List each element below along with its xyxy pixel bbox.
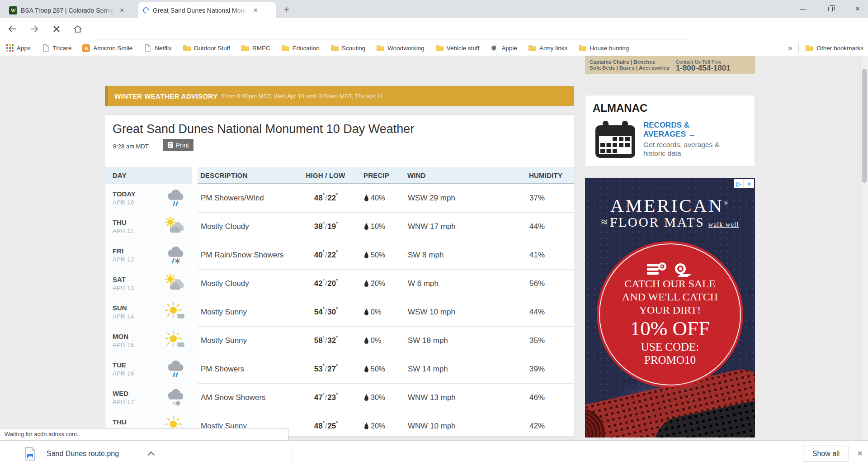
page-icon bbox=[143, 44, 151, 52]
folder-icon bbox=[183, 44, 191, 52]
showers-icon bbox=[165, 359, 185, 379]
new-tab-button[interactable]: + bbox=[281, 5, 292, 15]
table-row[interactable]: TODAYAPR 10PM Showers/Wind48°/22°40%WSW … bbox=[105, 184, 574, 213]
forward-button[interactable] bbox=[28, 23, 41, 35]
ad-close-icon[interactable]: × bbox=[744, 179, 754, 188]
description-value: Mostly Cloudy bbox=[201, 270, 249, 298]
stop-loading-button[interactable] bbox=[50, 23, 63, 35]
day-name: TODAY bbox=[113, 190, 136, 198]
bookmark-item[interactable]: Apple bbox=[490, 44, 517, 52]
bookmark-label: Woodworking bbox=[387, 45, 425, 52]
description-value: PM Rain/Snow Showers bbox=[201, 241, 283, 269]
description-value: AM Snow Showers bbox=[201, 384, 266, 412]
rolled-mat-icon bbox=[673, 262, 694, 277]
bookmark-label: Army links bbox=[539, 45, 567, 52]
bookmark-item[interactable]: Vehicle stuff bbox=[435, 44, 480, 52]
humidity-value: 46% bbox=[529, 384, 545, 412]
furniture-banner-ad[interactable]: Captains Chairs | Benches Sofa Beds | Ba… bbox=[585, 56, 755, 74]
table-row[interactable]: THUAPR 11Mostly Cloudy38°/19°10%WNW 17 m… bbox=[105, 213, 574, 241]
bookmark-item[interactable]: Outdoor Stuff bbox=[183, 44, 230, 52]
bookmark-label: Apple bbox=[501, 45, 517, 52]
print-button[interactable]: Print bbox=[163, 139, 193, 151]
show-all-button[interactable]: Show all bbox=[803, 446, 849, 462]
records-averages-link[interactable]: RECORDS & AVERAGES → bbox=[643, 121, 747, 139]
folder-icon bbox=[241, 44, 249, 52]
table-row[interactable]: WEDAPR 17AM Snow Showers47°/23°30%WNW 13… bbox=[105, 384, 574, 412]
download-bar-close-button[interactable]: × bbox=[854, 447, 866, 460]
apps-grid-icon bbox=[6, 44, 14, 52]
bookmarks-list: AppsTricareaAmazon SmileNetflixOutdoor S… bbox=[6, 40, 629, 56]
droplet-icon bbox=[364, 366, 369, 373]
column-header-highlow: HIGH / LOW bbox=[298, 167, 353, 183]
floor-mats-ad[interactable]: ▷ × AMERICAN® ≈FLOOR MATSwalk well CATCH… bbox=[585, 178, 755, 437]
home-button[interactable] bbox=[71, 23, 84, 35]
bookmark-item[interactable]: Scouting bbox=[330, 44, 366, 52]
bookmark-item[interactable]: Army links bbox=[528, 44, 567, 52]
tab-bsa-troop[interactable]: W BSA Troop 287 | Colorado Spring × bbox=[5, 2, 137, 18]
window-close-button[interactable]: × bbox=[847, 0, 868, 18]
download-item[interactable]: Sand Dunes route.png bbox=[25, 441, 154, 466]
bookmark-label: Netflix bbox=[155, 45, 172, 52]
day-cell: TODAYAPR 10 bbox=[105, 184, 192, 213]
bookmark-item[interactable]: Netflix bbox=[143, 44, 172, 52]
window-restore-button[interactable] bbox=[820, 0, 841, 18]
description-value: Mostly Sunny bbox=[201, 327, 247, 355]
bookmarks-overflow-chevron[interactable]: » bbox=[788, 44, 793, 52]
weather-advisory-banner[interactable]: WINTER WEATHER ADVISORY From 6:00pm MDT,… bbox=[105, 86, 574, 106]
table-row[interactable]: SUNAPR 14Mostly Sunny54°/30°0%WSW 10 mph… bbox=[105, 298, 574, 327]
description-value: PM Showers/Wind bbox=[201, 184, 264, 212]
restore-icon bbox=[828, 7, 833, 11]
bookmark-item[interactable]: RMEC bbox=[241, 44, 270, 52]
droplet-icon bbox=[364, 195, 369, 202]
precip-value: 50% bbox=[364, 355, 385, 383]
wind-value: WNW 13 mph bbox=[408, 384, 456, 412]
humidity-value: 44% bbox=[529, 298, 545, 326]
table-row[interactable]: TUEAPR 16PM Showers53°/27°50%SW 14 mph39… bbox=[105, 355, 574, 384]
scrollbar-thumb[interactable] bbox=[862, 69, 867, 183]
table-row[interactable]: MONAPR 15Mostly Sunny58°/32°0%SW 18 mph3… bbox=[105, 327, 574, 355]
bookmark-item[interactable]: House hunting bbox=[578, 44, 629, 52]
tab-close-icon[interactable]: × bbox=[251, 6, 259, 14]
day-date: APR 11 bbox=[113, 228, 134, 234]
showers-icon bbox=[165, 188, 185, 208]
ad-tagline: walk well bbox=[708, 221, 739, 228]
forecast-detail-cell: Mostly Cloudy42°/20°20%W 6 mph56% bbox=[198, 270, 574, 298]
window-minimize-button[interactable] bbox=[792, 0, 813, 18]
page-scrollbar[interactable] bbox=[860, 56, 868, 440]
high-low-value: 58°/32° bbox=[299, 327, 353, 355]
bookmark-item[interactable]: Education bbox=[281, 44, 320, 52]
table-row[interactable]: SATAPR 13Mostly Cloudy42°/20°20%W 6 mph5… bbox=[105, 270, 574, 298]
amazon-icon: a bbox=[82, 44, 90, 52]
browser-toolbar: https://weather.com/weather/tenday/l/SAN… bbox=[0, 18, 868, 40]
ad-choices-icon[interactable]: ▷ bbox=[734, 179, 744, 188]
bookmark-item[interactable]: aAmazon Smile bbox=[82, 44, 132, 52]
folder-icon bbox=[376, 44, 384, 52]
tab-weather-active[interactable]: Great Sand Dunes National Monu × bbox=[138, 2, 276, 18]
back-button[interactable] bbox=[6, 23, 19, 35]
day-date: APR 14 bbox=[113, 313, 134, 320]
humidity-value: 44% bbox=[529, 213, 545, 241]
wave-icon: ≈ bbox=[601, 215, 609, 228]
mostly-sunny-icon bbox=[165, 331, 185, 351]
bookmark-item[interactable]: Woodworking bbox=[376, 44, 425, 52]
bookmark-item[interactable]: Tricare bbox=[42, 44, 72, 52]
humidity-value: 41% bbox=[529, 241, 545, 269]
ad-brand-logo: AMERICAN® ≈FLOOR MATSwalk well bbox=[585, 194, 755, 232]
chevron-up-icon[interactable] bbox=[148, 451, 155, 458]
tab-close-icon[interactable]: × bbox=[118, 6, 126, 14]
rain-snow-mix-icon bbox=[165, 245, 185, 265]
droplet-icon bbox=[364, 394, 369, 401]
table-row[interactable]: FRIAPR 12PM Rain/Snow Showers40°/22°50%S… bbox=[105, 241, 574, 270]
day-name: SAT bbox=[113, 276, 126, 283]
other-bookmarks-button[interactable]: Other bookmarks bbox=[805, 44, 863, 52]
folder-icon bbox=[330, 44, 339, 52]
page-title: Great Sand Dunes National Monument 10 Da… bbox=[113, 122, 414, 136]
bookmark-item[interactable]: Apps bbox=[6, 44, 31, 52]
column-header-description: DESCRIPTION bbox=[200, 167, 248, 183]
page-icon bbox=[42, 44, 50, 52]
precip-value: 40% bbox=[364, 184, 385, 212]
high-low-value: 42°/20° bbox=[299, 270, 353, 298]
partly-cloudy-icon bbox=[165, 274, 185, 294]
droplet-icon bbox=[364, 423, 369, 430]
other-bookmarks-label: Other bookmarks bbox=[816, 45, 863, 52]
